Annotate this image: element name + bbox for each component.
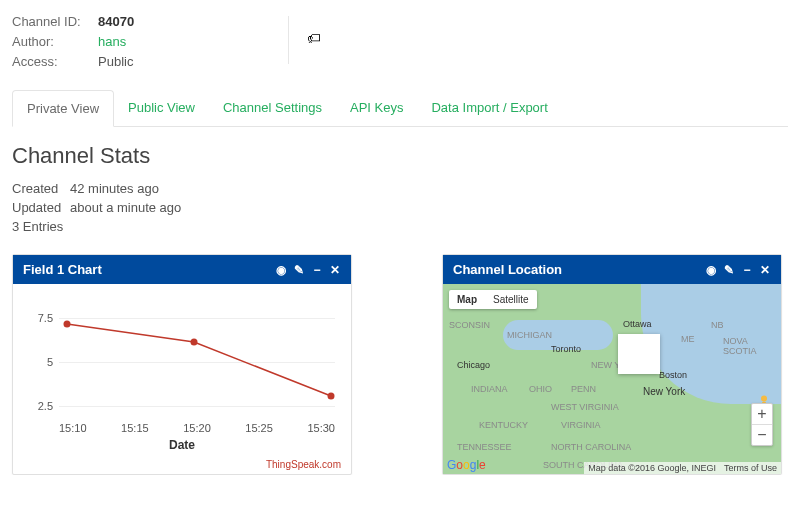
map-type-control: Map Satellite [449, 290, 537, 309]
field1-chart-title: Field 1 Chart [23, 262, 275, 277]
minimize-icon[interactable]: − [741, 264, 753, 276]
map-terms-link[interactable]: Terms of Use [724, 463, 777, 473]
zoom-control: + − [751, 403, 773, 446]
access-label: Access: [12, 52, 98, 72]
map-label: NOVA SCOTIA [723, 336, 781, 356]
svg-point-1 [191, 339, 198, 346]
field1-line-chart: 7.5 5 2.5 15:10 15:15 15:2 [23, 294, 341, 454]
field1-chart-panel: Field 1 Chart ◉ ✎ − ✕ 7.5 5 2.5 [12, 254, 352, 475]
channel-id-label: Channel ID: [12, 12, 98, 32]
google-logo: Google [447, 458, 486, 472]
map-label: Toronto [551, 344, 581, 354]
map-label: Boston [659, 370, 687, 380]
tab-channel-settings[interactable]: Channel Settings [209, 90, 336, 126]
xaxis-label: Date [23, 438, 341, 452]
channel-location-title: Channel Location [453, 262, 705, 277]
tag-icon: 🏷 [289, 12, 321, 72]
author-label: Author: [12, 32, 98, 52]
svg-point-2 [328, 393, 335, 400]
chart-attribution[interactable]: ThingSpeak.com [266, 459, 341, 470]
created-label: Created [12, 179, 70, 198]
map-label: MICHIGAN [507, 330, 552, 340]
page-title: Channel Stats [12, 143, 788, 169]
map-label: Ottawa [623, 319, 652, 329]
map-label: NB [711, 320, 724, 330]
updated-label: Updated [12, 198, 70, 217]
zoom-out-button[interactable]: − [752, 425, 772, 445]
map-label: WEST VIRGINIA [551, 402, 619, 412]
channel-id-value: 84070 [98, 12, 134, 32]
map-label: VIRGINIA [561, 420, 601, 430]
tab-data-import-export[interactable]: Data Import / Export [417, 90, 561, 126]
map-label: OHIO [529, 384, 552, 394]
xtick: 15:10 [59, 422, 87, 434]
map-label: TENNESSEE [457, 442, 512, 452]
svg-point-3 [761, 396, 767, 402]
access-value: Public [98, 52, 133, 72]
xtick: 15:15 [121, 422, 149, 434]
map-label: INDIANA [471, 384, 508, 394]
map-label: ME [681, 334, 695, 344]
map-label: New York [643, 386, 685, 397]
tab-public-view[interactable]: Public View [114, 90, 209, 126]
map-canvas[interactable]: SCONSIN MICHIGAN Toronto Ottawa Chicago … [443, 284, 781, 474]
updated-value: about a minute ago [70, 198, 181, 217]
map-data-attribution: Map data ©2016 Google, INEGI [588, 463, 716, 473]
xtick: 15:30 [307, 422, 335, 434]
tab-private-view[interactable]: Private View [12, 90, 114, 127]
edit-icon[interactable]: ✎ [723, 264, 735, 276]
edit-icon[interactable]: ✎ [293, 264, 305, 276]
ytick: 5 [23, 356, 53, 368]
channel-location-panel: Channel Location ◉ ✎ − ✕ SCONSIN MICHIGA… [442, 254, 782, 475]
tab-api-keys[interactable]: API Keys [336, 90, 417, 126]
entries-value: 3 Entries [12, 217, 63, 236]
zoom-in-button[interactable]: + [752, 404, 772, 425]
close-icon[interactable]: ✕ [759, 264, 771, 276]
map-label: Chicago [457, 360, 490, 370]
view-icon[interactable]: ◉ [705, 264, 717, 276]
tabs: Private View Public View Channel Setting… [12, 90, 788, 127]
map-label: NORTH CAROLINA [551, 442, 631, 452]
minimize-icon[interactable]: − [311, 264, 323, 276]
channel-stats: Created 42 minutes ago Updated about a m… [12, 179, 788, 236]
map-label: KENTUCKY [479, 420, 528, 430]
map-label: SCONSIN [449, 320, 490, 330]
author-link[interactable]: hans [98, 32, 126, 52]
ytick: 7.5 [23, 312, 53, 324]
map-infowindow[interactable] [618, 334, 660, 374]
close-icon[interactable]: ✕ [329, 264, 341, 276]
svg-point-0 [64, 321, 71, 328]
map-label: PENN [571, 384, 596, 394]
map-type-satellite[interactable]: Satellite [485, 290, 537, 309]
map-type-map[interactable]: Map [449, 290, 485, 309]
created-value: 42 minutes ago [70, 179, 159, 198]
xtick: 15:20 [183, 422, 211, 434]
view-icon[interactable]: ◉ [275, 264, 287, 276]
ytick: 2.5 [23, 400, 53, 412]
channel-meta: Channel ID: 84070 Author: hans Access: P… [12, 12, 288, 72]
xtick: 15:25 [245, 422, 273, 434]
